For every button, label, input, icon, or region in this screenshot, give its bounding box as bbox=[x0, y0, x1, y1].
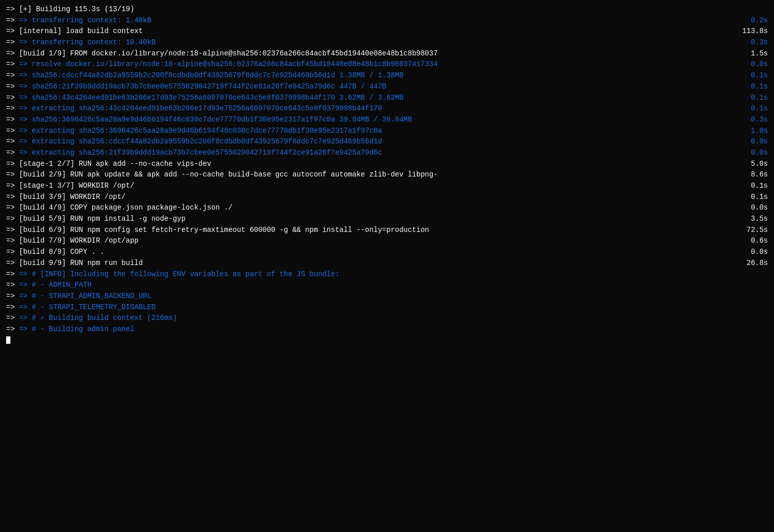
line-time: 0.1s bbox=[737, 181, 768, 192]
terminal-line: => [internal] load build context113.8s bbox=[6, 26, 768, 37]
terminal-line: => [build 4/9] COPY package.json package… bbox=[6, 202, 768, 214]
terminal-line: => => # - STRAPI_TELEMETRY_DISABLED bbox=[6, 302, 768, 313]
line-content: => => resolve docker.io/library/node:18-… bbox=[6, 59, 729, 70]
line-time: 3.5s bbox=[737, 214, 768, 225]
terminal-line: => [build 1/9] FROM docker.io/library/no… bbox=[6, 48, 768, 60]
line-content: => => # ✓ Building build context (216ms) bbox=[6, 313, 768, 324]
terminal-line: => [build 5/9] RUN npm install -g node-g… bbox=[6, 214, 768, 225]
line-content: => [build 1/9] FROM docker.io/library/no… bbox=[6, 48, 729, 60]
line-content: => [build 8/9] COPY . . bbox=[6, 247, 729, 258]
line-content: => [build 9/9] RUN npm run build bbox=[6, 258, 729, 269]
line-content: => [build 3/9] WORKDIR /opt/ bbox=[6, 192, 729, 203]
line-content: => => transferring context: 10.40kB bbox=[6, 37, 729, 48]
line-content: => [+] Building 115.3s (13/19) bbox=[6, 4, 768, 15]
terminal-line: => [stage-1 2/7] RUN apk add --no-cache … bbox=[6, 159, 768, 170]
cursor-line: █ bbox=[6, 335, 768, 346]
line-content: => => sha256:21f39b9ddd19acb73b7cbee0e57… bbox=[6, 81, 729, 93]
line-content: => => extracting sha256:3696426c5aa28a9e… bbox=[6, 126, 729, 137]
line-content: => => extracting sha256:21f39b9ddd19acb7… bbox=[6, 147, 729, 159]
terminal-line: => [build 3/9] WORKDIR /opt/0.1s bbox=[6, 192, 768, 203]
terminal-line: => => sha256:cdccf44a82db2a9559b2c200f8c… bbox=[6, 70, 768, 81]
terminal-line: => => # [INFO] Including the following E… bbox=[6, 269, 768, 280]
line-time: 0.0s bbox=[737, 247, 768, 258]
line-time: 1.0s bbox=[737, 126, 768, 137]
line-time: 26.8s bbox=[737, 258, 768, 269]
line-time: 0.0s bbox=[737, 59, 768, 70]
line-time: 0.3s bbox=[737, 114, 768, 126]
terminal-line: => => # ✓ Building build context (216ms) bbox=[6, 313, 768, 324]
line-time: 1.5s bbox=[737, 48, 768, 60]
terminal-line: => => extracting sha256:43c4264eed91be63… bbox=[6, 103, 768, 114]
line-time: 0.1s bbox=[737, 93, 768, 104]
line-content: => => sha256:cdccf44a82db2a9559b2c200f8c… bbox=[6, 70, 729, 81]
line-content: => => # - Building admin panel bbox=[6, 324, 768, 335]
terminal-line: => => # - Building admin panel bbox=[6, 324, 768, 335]
line-time: 0.0s bbox=[737, 202, 768, 214]
terminal-line: => => sha256:3696426c5aa28a9e9d46b6194f4… bbox=[6, 114, 768, 126]
terminal-line: => => transferring context: 1.48kB0.2s bbox=[6, 15, 768, 26]
line-content: => => # - STRAPI_TELEMETRY_DISABLED bbox=[6, 302, 768, 313]
terminal-line: => [stage-1 3/7] WORKDIR /opt/0.1s bbox=[6, 181, 768, 192]
terminal-line: => => sha256:21f39b9ddd19acb73b7cbee0e57… bbox=[6, 81, 768, 93]
line-time: 0.0s bbox=[737, 136, 768, 147]
line-content: => [build 4/9] COPY package.json package… bbox=[6, 202, 729, 214]
terminal-line: => => # - ADMIN_PATH bbox=[6, 280, 768, 291]
line-content: => => # - STRAPI_ADMIN_BACKEND_URL bbox=[6, 291, 768, 302]
terminal-line: => [+] Building 115.3s (13/19) bbox=[6, 4, 768, 15]
terminal-container: => [+] Building 115.3s (13/19)=> => tran… bbox=[6, 4, 768, 335]
line-content: => [stage-1 3/7] WORKDIR /opt/ bbox=[6, 181, 729, 192]
line-time: 8.6s bbox=[737, 169, 768, 181]
line-time: 0.1s bbox=[737, 81, 768, 93]
terminal-line: => => # - STRAPI_ADMIN_BACKEND_URL bbox=[6, 291, 768, 302]
line-content: => => # [INFO] Including the following E… bbox=[6, 269, 768, 280]
line-content: => [stage-1 2/7] RUN apk add --no-cache … bbox=[6, 159, 729, 170]
line-time: 113.8s bbox=[737, 26, 768, 37]
line-time: 0.1s bbox=[737, 103, 768, 114]
line-time: 0.2s bbox=[737, 15, 768, 26]
terminal-line: => [build 9/9] RUN npm run build26.8s bbox=[6, 258, 768, 269]
terminal-line: => [build 2/9] RUN apk update && apk add… bbox=[6, 169, 768, 181]
line-content: => [build 6/9] RUN npm config set fetch-… bbox=[6, 225, 729, 236]
line-content: => => sha256:43c4264eed91be63b206e17d93e… bbox=[6, 93, 729, 104]
line-time: 5.0s bbox=[737, 159, 768, 170]
line-time: 0.3s bbox=[737, 37, 768, 48]
line-content: => => extracting sha256:cdccf44a82db2a95… bbox=[6, 136, 729, 147]
terminal-line: => => resolve docker.io/library/node:18-… bbox=[6, 59, 768, 70]
terminal-line: => => transferring context: 10.40kB0.3s bbox=[6, 37, 768, 48]
line-time: 0.1s bbox=[737, 192, 768, 203]
terminal-line: => [build 6/9] RUN npm config set fetch-… bbox=[6, 225, 768, 236]
terminal-line: => [build 7/9] WORKDIR /opt/app0.6s bbox=[6, 235, 768, 247]
line-content: => => # - ADMIN_PATH bbox=[6, 280, 768, 291]
cursor-prompt: █ bbox=[6, 335, 10, 346]
line-content: => => transferring context: 1.48kB bbox=[6, 15, 729, 26]
line-content: => => sha256:3696426c5aa28a9e9d46b6194f4… bbox=[6, 114, 729, 126]
line-time: 72.5s bbox=[737, 225, 768, 236]
line-content: => [build 5/9] RUN npm install -g node-g… bbox=[6, 214, 729, 225]
terminal-line: => => extracting sha256:cdccf44a82db2a95… bbox=[6, 136, 768, 147]
terminal-line: => => sha256:43c4264eed91be63b206e17d93e… bbox=[6, 93, 768, 104]
terminal-line: => => extracting sha256:21f39b9ddd19acb7… bbox=[6, 147, 768, 159]
terminal-line: => => extracting sha256:3696426c5aa28a9e… bbox=[6, 126, 768, 137]
line-content: => [build 7/9] WORKDIR /opt/app bbox=[6, 235, 729, 247]
line-time: 0.1s bbox=[737, 70, 768, 81]
line-content: => [build 2/9] RUN apk update && apk add… bbox=[6, 169, 729, 181]
line-time: 0.0s bbox=[737, 147, 768, 159]
terminal-line: => [build 8/9] COPY . .0.0s bbox=[6, 247, 768, 258]
line-content: => => extracting sha256:43c4264eed91be63… bbox=[6, 103, 729, 114]
line-time: 0.6s bbox=[737, 235, 768, 247]
line-content: => [internal] load build context bbox=[6, 26, 729, 37]
